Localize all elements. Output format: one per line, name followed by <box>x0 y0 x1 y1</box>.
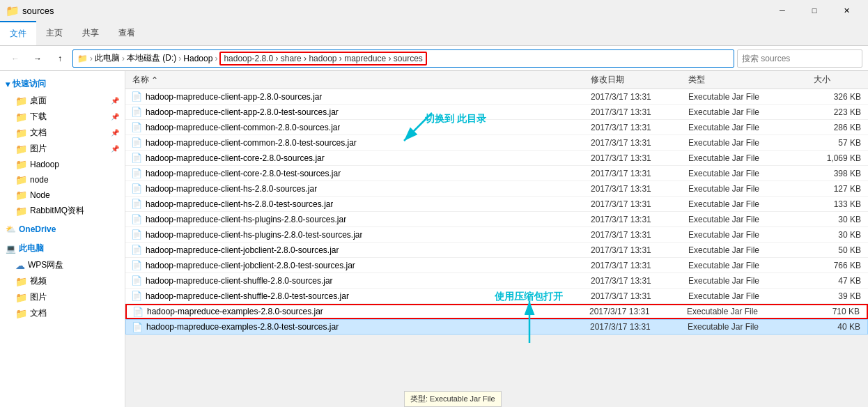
file-name-text: hadoop-mapreduce-client-shuffle-2.8.0-so… <box>146 276 333 286</box>
file-size-cell: 326 KB <box>809 92 865 102</box>
pin-icon: 📌 <box>111 145 119 153</box>
table-row[interactable]: 📄hadoop-mapreduce-client-core-2.8.0-sour… <box>125 151 868 166</box>
sidebar-item-label: Node <box>30 190 50 200</box>
folder-icon: 📁 <box>15 292 27 303</box>
jar-file-icon: 📄 <box>131 214 142 224</box>
file-name-cell: 📄hadoop-mapreduce-client-core-2.8.0-test… <box>128 168 587 178</box>
breadcrumb-part-d[interactable]: 本地磁盘 (D:) <box>127 52 176 64</box>
file-name-cell: 📄hadoop-mapreduce-client-hs-2.8.0-source… <box>128 183 587 194</box>
file-date-cell: 2017/3/17 13:31 <box>587 245 684 255</box>
file-type-cell: Executable Jar File <box>684 123 809 132</box>
folder-icon: 📁 <box>15 190 27 201</box>
back-button[interactable]: ← <box>6 49 25 68</box>
file-date-cell: 2017/3/17 13:31 <box>587 230 684 240</box>
main-layout: ▾ 快速访问 📁 桌面 📌 📁 下载 📌 📁 文档 📌 📁 图片 <box>0 71 868 407</box>
pin-icon: 📌 <box>111 113 119 121</box>
table-row[interactable]: 📄hadoop-mapreduce-client-jobclient-2.8.0… <box>125 258 868 273</box>
folder-icon: 📁 <box>15 112 27 123</box>
table-row[interactable]: 📄hadoop-mapreduce-examples-2.8.0-sources… <box>125 304 868 319</box>
table-row[interactable]: 📄hadoop-mapreduce-client-common-2.8.0-so… <box>125 120 868 135</box>
sidebar-item-documents[interactable]: 📁 文档 📌 <box>0 125 125 141</box>
table-row[interactable]: 📄hadoop-mapreduce-client-core-2.8.0-test… <box>125 166 868 181</box>
sidebar-item-videos[interactable]: 📁 视频 <box>0 273 125 289</box>
minimize-button[interactable]: ─ <box>766 0 798 21</box>
col-date[interactable]: 修改日期 <box>587 74 684 86</box>
file-name-cell: 📄hadoop-mapreduce-client-shuffle-2.8.0-s… <box>128 275 587 286</box>
sidebar-item-node-lower[interactable]: 📁 node <box>0 172 125 187</box>
file-date-cell: 2017/3/17 13:31 <box>587 199 684 209</box>
table-row[interactable]: 📄hadoop-mapreduce-client-app-2.8.0-test-… <box>125 105 868 120</box>
sidebar-item-label: 图片 <box>30 291 47 303</box>
col-name[interactable]: 名称 ⌃ <box>128 74 587 86</box>
file-name-text: hadoop-mapreduce-client-common-2.8.0-tes… <box>146 138 357 148</box>
jar-file-icon: 📄 <box>131 260 142 270</box>
table-row[interactable]: 📄hadoop-mapreduce-client-hs-plugins-2.8.… <box>125 227 868 243</box>
table-row[interactable]: 📄hadoop-mapreduce-client-hs-plugins-2.8.… <box>125 212 868 227</box>
address-bar: ← → ↑ 📁 › 此电脑 › 本地磁盘 (D:) › Hadoop › had… <box>0 46 868 71</box>
file-name-cell: 📄hadoop-mapreduce-examples-2.8.0-test-so… <box>129 322 586 332</box>
file-date-cell: 2017/3/17 13:31 <box>587 215 684 224</box>
col-type[interactable]: 类型 <box>684 74 809 86</box>
this-pc-header[interactable]: 💻 此电脑 <box>0 240 125 257</box>
file-size-cell: 127 KB <box>809 184 865 194</box>
file-date-cell: 2017/3/17 13:31 <box>587 92 684 102</box>
quick-access-header[interactable]: ▾ 快速访问 <box>0 75 125 93</box>
file-size-cell: 39 KB <box>809 291 865 301</box>
table-row[interactable]: 📄hadoop-mapreduce-examples-2.8.0-test-so… <box>125 319 868 335</box>
file-name-cell: 📄hadoop-mapreduce-client-jobclient-2.8.0… <box>128 260 587 270</box>
sidebar-item-docs[interactable]: 📁 文档 <box>0 305 125 321</box>
sidebar-item-hadoop[interactable]: 📁 Hadoop <box>0 157 125 172</box>
folder-icon: 📁 <box>15 206 27 217</box>
search-input[interactable] <box>737 49 862 68</box>
table-row[interactable]: 📄hadoop-mapreduce-client-shuffle-2.8.0-t… <box>125 289 868 304</box>
ribbon-tab-file[interactable]: 文件 <box>0 21 36 45</box>
table-row[interactable]: 📄hadoop-mapreduce-client-app-2.8.0-sourc… <box>125 89 868 105</box>
sidebar-item-pictures[interactable]: 📁 图片 📌 <box>0 141 125 157</box>
breadcrumb-part-thispc[interactable]: 此电脑 <box>95 52 120 64</box>
file-type-cell: Executable Jar File <box>684 245 809 255</box>
sidebar-item-pics[interactable]: 📁 图片 <box>0 289 125 305</box>
folder-icon: 📁 <box>15 174 27 185</box>
sidebar-item-wps[interactable]: ☁ WPS网盘 <box>0 257 125 273</box>
table-row[interactable]: 📄hadoop-mapreduce-client-hs-2.8.0-test-s… <box>125 197 868 212</box>
sidebar-item-label: 文档 <box>30 127 47 139</box>
forward-button[interactable]: → <box>28 49 47 68</box>
sidebar-item-label: WPS网盘 <box>28 259 63 271</box>
file-type-cell: Executable Jar File <box>684 92 809 102</box>
jar-file-icon: 📄 <box>131 137 142 148</box>
breadcrumb-part-hadoop[interactable]: Hadoop <box>183 54 212 63</box>
maximize-button[interactable]: □ <box>798 0 830 21</box>
sidebar-item-desktop[interactable]: 📁 桌面 📌 <box>0 93 125 109</box>
file-size-cell: 766 KB <box>809 261 865 270</box>
ribbon-tab-view[interactable]: 查看 <box>109 21 145 45</box>
folder-icon: 📁 <box>15 159 27 170</box>
sidebar-item-node-upper[interactable]: 📁 Node <box>0 187 125 203</box>
file-name-text: hadoop-mapreduce-client-app-2.8.0-source… <box>146 92 322 102</box>
title-bar: 📁 sources ─ □ ✕ <box>0 0 868 21</box>
close-button[interactable]: ✕ <box>830 0 862 21</box>
table-row[interactable]: 📄hadoop-mapreduce-client-hs-2.8.0-source… <box>125 181 868 197</box>
file-type-cell: Executable Jar File <box>684 230 809 240</box>
file-name-cell: 📄hadoop-mapreduce-client-app-2.8.0-sourc… <box>128 91 587 102</box>
file-name-text: hadoop-mapreduce-client-core-2.8.0-test-… <box>146 169 341 178</box>
breadcrumb[interactable]: 📁 › 此电脑 › 本地磁盘 (D:) › Hadoop › hadoop-2.… <box>72 49 734 68</box>
sidebar-item-downloads[interactable]: 📁 下载 📌 <box>0 109 125 125</box>
file-type-cell: Executable Jar File <box>684 215 809 224</box>
sidebar-item-rabbitmq[interactable]: 📁 RabbitMQ资料 <box>0 203 125 219</box>
breadcrumb-thispc: 📁 <box>77 54 88 63</box>
up-button[interactable]: ↑ <box>50 49 70 68</box>
breadcrumb-highlighted-section[interactable]: hadoop-2.8.0 › share › hadoop › mapreduc… <box>219 52 427 66</box>
table-row[interactable]: 📄hadoop-mapreduce-client-shuffle-2.8.0-s… <box>125 273 868 289</box>
table-row[interactable]: 📄hadoop-mapreduce-client-common-2.8.0-te… <box>125 135 868 151</box>
ribbon-tab-home[interactable]: 主页 <box>36 21 72 45</box>
jar-file-icon: 📄 <box>131 107 142 117</box>
jar-file-icon: 📄 <box>131 291 142 301</box>
onedrive-header[interactable]: ⛅ OneDrive <box>0 222 125 237</box>
folder-icon: 📁 <box>15 276 27 287</box>
file-type-cell: Executable Jar File <box>684 261 809 270</box>
file-date-cell: 2017/3/17 13:31 <box>587 107 684 117</box>
col-size[interactable]: 大小 <box>809 74 865 86</box>
cloud-icon: ☁ <box>15 260 25 271</box>
table-row[interactable]: 📄hadoop-mapreduce-client-jobclient-2.8.0… <box>125 243 868 258</box>
ribbon-tab-share[interactable]: 共享 <box>72 21 109 45</box>
